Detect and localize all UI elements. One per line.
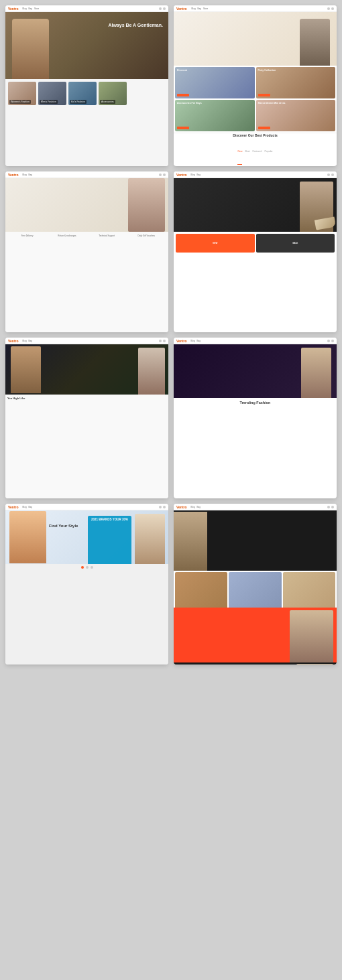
nav-links-7: Blog Bag bbox=[23, 506, 32, 508]
cart-icon-6[interactable] bbox=[331, 340, 334, 342]
logo-3: Ventro bbox=[8, 173, 19, 177]
product-btn-2[interactable] bbox=[258, 94, 270, 96]
search-icon-8[interactable] bbox=[327, 506, 330, 508]
nav-links-4: Blog Bag bbox=[191, 173, 201, 176]
nav-icons-1 bbox=[159, 7, 166, 10]
tab-featured[interactable]: Featured bbox=[252, 150, 262, 165]
hero-figure-right-5 bbox=[138, 348, 165, 395]
card-everything-online: Ventro Blog Bag Store Everything You Nee… bbox=[174, 5, 337, 166]
tab-popular[interactable]: Popular bbox=[264, 150, 272, 165]
ventro-collection-text: VENTRO COLLECTION bbox=[179, 608, 260, 662]
hero-figure-3 bbox=[128, 178, 165, 232]
nav-bar-4: Ventro Blog Bag bbox=[174, 171, 337, 178]
hero-5: Night Spring -60% For Fashion bbox=[5, 344, 168, 395]
logo-2: Ventro bbox=[176, 7, 187, 11]
find-text-7: Find Your Style bbox=[49, 524, 78, 564]
search-icon-6[interactable] bbox=[327, 340, 330, 342]
discover-title-2: Discover Our Best Products bbox=[233, 133, 278, 148]
ventro-figure bbox=[290, 610, 333, 662]
cat-kids[interactable]: Kid's Fashion bbox=[68, 82, 97, 105]
feature-voucher: Daily Gift Vouchers bbox=[127, 234, 166, 332]
hero-figure-1 bbox=[12, 19, 49, 79]
product-sleeve[interactable]: Sleeve Denim Mini dress bbox=[256, 100, 336, 131]
you-like-title: You High Like bbox=[7, 397, 166, 498]
nav-links-1: Blog Bag Store bbox=[23, 7, 40, 10]
ventro-dark-section: VENTRO COLLECTION bbox=[174, 662, 337, 664]
nav-icons-3 bbox=[159, 173, 166, 176]
hero-6: Outlet. Up to-60% For Fashion bbox=[174, 344, 337, 398]
hero-headline-2: Everything You Need to Sell Online bbox=[179, 12, 239, 66]
cart-icon-2[interactable] bbox=[331, 7, 334, 10]
product-discount[interactable]: Discount bbox=[175, 67, 255, 98]
hero-fig-left-7 bbox=[9, 511, 46, 563]
products-grid-2: Discount Party Collection Accessories Fo… bbox=[174, 66, 337, 133]
trending-section-6: Trending Fashion bbox=[174, 398, 337, 498]
feature-support: Technical Support bbox=[88, 234, 126, 332]
hero-headline-6: Outlet. Up to-60% For Fashion bbox=[179, 344, 215, 398]
dot-2[interactable] bbox=[86, 566, 89, 569]
nav-links-6: Blog Bag bbox=[191, 340, 201, 342]
hero-headline-5: Night Spring -60% For Fashion bbox=[46, 344, 115, 395]
hero-8: SUMMER 2021 COLLECTION bbox=[174, 510, 337, 571]
tab-new[interactable]: New bbox=[237, 150, 242, 165]
dot-3[interactable] bbox=[91, 566, 93, 569]
card-trending-good-design: Ventro Blog Bag Outlet. Up to-60% For Fa… bbox=[174, 338, 337, 498]
product-party[interactable]: Party Collection bbox=[256, 67, 336, 98]
cart-icon-8[interactable] bbox=[331, 506, 334, 508]
tab-best[interactable]: Best bbox=[245, 150, 249, 165]
search-icon[interactable] bbox=[159, 7, 162, 10]
product-btn-1[interactable] bbox=[177, 94, 189, 96]
cart-icon-4[interactable] bbox=[331, 173, 334, 176]
nav-bar-5: Ventro Blog Bag bbox=[5, 338, 168, 344]
hero-2: Everything You Need to Sell Online bbox=[174, 12, 337, 66]
discover-section-2: Discover Our Best Products New Best Feat… bbox=[174, 133, 337, 165]
nav-icons-6 bbox=[327, 340, 334, 342]
cart-icon[interactable] bbox=[163, 7, 166, 10]
hero-1: Always Be A Gentleman. bbox=[5, 12, 168, 79]
card-find-style: Ventro Blog Bag 2021 BRANDS YOUR 30% Fin… bbox=[5, 504, 168, 664]
promo-orange[interactable]: NEW bbox=[176, 234, 255, 253]
nav-icons-7 bbox=[159, 506, 166, 508]
nav-icons-8 bbox=[327, 506, 334, 508]
hero-7: 2021 BRANDS YOUR 30% Find Your Style bbox=[5, 510, 168, 564]
hero-figure-left-5 bbox=[11, 346, 41, 393]
nav-bar-2: Ventro Blog Bag Store bbox=[174, 5, 337, 12]
cat-accessories[interactable]: Accessories bbox=[99, 82, 127, 105]
card-outlet-dark: Ventro Blog Bag Outlet. Up to -60% For F… bbox=[174, 171, 337, 332]
you-like-section: You High Like bbox=[5, 395, 168, 498]
features-row: Free Delivery Return & exchanges Technic… bbox=[5, 232, 168, 332]
hero-headline-4: Outlet. Up to -60% For Fashion bbox=[179, 178, 211, 232]
product-accessories[interactable]: Accessories For Boys bbox=[175, 100, 255, 131]
cart-icon-7[interactable] bbox=[163, 506, 166, 508]
search-icon-5[interactable] bbox=[159, 340, 162, 342]
card-summer-2021: Ventro Blog Bag SUMMER 2021 COLLECTION V… bbox=[174, 504, 337, 664]
search-icon-7[interactable] bbox=[159, 506, 162, 508]
nav-icons-2 bbox=[327, 7, 334, 10]
card-night-spring: Ventro Blog Bag Night Spring -60% For Fa… bbox=[5, 338, 168, 498]
nav-bar-1: Ventro Blog Bag Store bbox=[5, 5, 168, 12]
feature-delivery: Free Delivery bbox=[8, 234, 46, 332]
feature-return: Return & exchanges bbox=[48, 234, 86, 332]
logo-6: Ventro bbox=[176, 339, 187, 343]
main-grid: Ventro Blog Bag Store Always Be A Gentle… bbox=[0, 0, 342, 670]
summer-grid bbox=[174, 571, 337, 608]
nav-icons-5 bbox=[159, 340, 166, 342]
cat-women[interactable]: Women's Fashion bbox=[8, 82, 36, 105]
search-icon-4[interactable] bbox=[327, 173, 330, 176]
cat-men[interactable]: Men's Fashion bbox=[38, 82, 66, 105]
product-btn-4[interactable] bbox=[258, 127, 270, 129]
search-icon-3[interactable] bbox=[159, 173, 162, 176]
dot-1[interactable] bbox=[81, 566, 84, 569]
hero-figure-8 bbox=[174, 512, 207, 571]
ventro-dark-figure bbox=[296, 664, 333, 664]
hero-figure-6 bbox=[301, 348, 331, 398]
search-icon-2[interactable] bbox=[327, 7, 330, 10]
cart-icon-3[interactable] bbox=[163, 173, 166, 176]
hero-4: Outlet. Up to -60% For Fashion bbox=[174, 178, 337, 232]
hero-figure-2 bbox=[300, 19, 330, 66]
product-btn-3[interactable] bbox=[177, 127, 189, 129]
cart-icon-5[interactable] bbox=[163, 340, 166, 342]
nav-bar-3: Ventro Blog Bag bbox=[5, 171, 168, 178]
promo-dark[interactable]: SALE bbox=[256, 234, 335, 253]
logo-4: Ventro bbox=[176, 173, 187, 177]
